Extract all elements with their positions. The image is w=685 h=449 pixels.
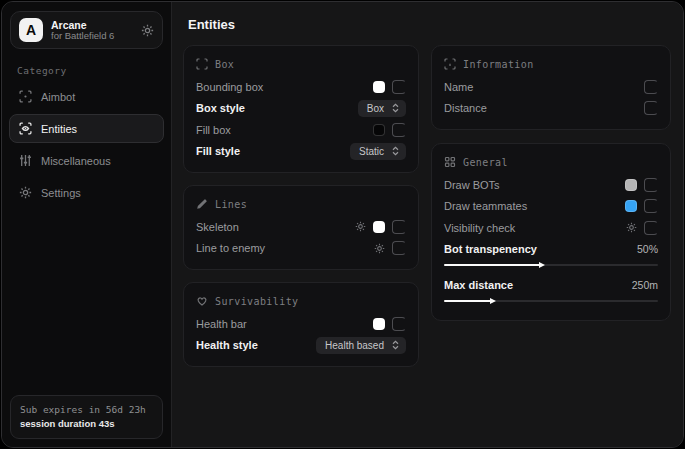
slider-arrow-icon[interactable] <box>490 298 496 304</box>
right-column: Information Name Distance <box>431 45 671 321</box>
scan-eye-icon <box>19 122 32 135</box>
setting-label: Fill box <box>196 124 231 136</box>
app-window: A Arcane for Battlefield 6 Category <box>1 1 684 448</box>
setting-label: Distance <box>444 102 487 114</box>
sidebar-item-label: Miscellaneous <box>41 155 111 167</box>
box-corners-icon <box>196 58 208 70</box>
setting-label: Health bar <box>196 318 247 330</box>
setting-row-bounding-box: Bounding box <box>196 76 406 98</box>
panel-general-header: General <box>444 156 658 168</box>
panel-box: Box Bounding box Box style Box <box>183 45 419 173</box>
pencil-line-icon <box>196 198 208 210</box>
chevron-up-down-icon <box>391 146 400 156</box>
chevron-up-down-icon <box>391 340 400 350</box>
gear-icon[interactable] <box>374 243 385 254</box>
logo-card: A Arcane for Battlefield 6 <box>10 11 163 49</box>
sidebar-item-miscellaneous[interactable]: Miscellaneous <box>9 146 164 175</box>
panel-survivability: Survivability Health bar Health style He… <box>183 282 419 367</box>
sidebar-item-label: Aimbot <box>41 91 75 103</box>
checkbox[interactable] <box>644 101 658 115</box>
setting-label: Draw BOTs <box>444 179 500 191</box>
setting-row-health-bar: Health bar <box>196 313 406 335</box>
sidebar-item-label: Settings <box>41 187 81 199</box>
gear-icon <box>19 186 32 199</box>
slider-arrow-icon[interactable] <box>539 262 545 268</box>
checkbox[interactable] <box>644 80 658 94</box>
grid-icon <box>444 156 456 168</box>
panel-title: Survivability <box>215 296 298 307</box>
setting-label: Health style <box>196 339 258 351</box>
bot-transparency-slider[interactable] <box>444 261 658 269</box>
color-swatch[interactable] <box>625 200 637 212</box>
max-distance-slider[interactable] <box>444 297 658 305</box>
panel-title: Lines <box>215 199 247 210</box>
chevron-up-down-icon <box>391 103 400 113</box>
color-swatch[interactable] <box>625 179 637 191</box>
color-swatch[interactable] <box>373 221 385 233</box>
setting-row-line-to-enemy: Line to enemy <box>196 238 406 260</box>
panel-title: General <box>463 157 508 168</box>
checkbox[interactable] <box>392 80 406 94</box>
setting-row-draw-bots: Draw BOTs <box>444 174 658 196</box>
panel-title: Information <box>463 59 534 70</box>
panel-lines-header: Lines <box>196 198 406 210</box>
sidebar: A Arcane for Battlefield 6 Category <box>2 2 172 447</box>
setting-label: Draw teammates <box>444 200 527 212</box>
setting-row-bot-transparency: Bot transpenency 50% <box>444 239 658 261</box>
session-duration-text: session duration 43s <box>20 417 153 431</box>
setting-row-max-distance: Max distance 250m <box>444 274 658 296</box>
logo-initial: A <box>26 22 36 38</box>
slider-value: 50% <box>637 243 658 255</box>
checkbox[interactable] <box>392 241 406 255</box>
sidebar-item-label: Entities <box>41 123 77 135</box>
setting-label: Name <box>444 81 473 93</box>
panel-title: Box <box>215 59 234 70</box>
setting-label: Bounding box <box>196 81 263 93</box>
slider-fill <box>444 264 540 266</box>
health-style-dropdown[interactable]: Health based <box>316 337 406 354</box>
setting-row-health-style: Health style Health based <box>196 335 406 357</box>
subscription-card: Sub expires in 56d 23h session duration … <box>10 395 163 440</box>
box-style-dropdown[interactable]: Box <box>358 100 406 117</box>
app-title: Arcane <box>51 19 133 31</box>
panel-lines: Lines Skeleton <box>183 185 419 270</box>
gear-icon[interactable] <box>626 222 637 233</box>
gear-icon[interactable] <box>141 24 154 37</box>
panel-information: Information Name Distance <box>431 45 671 130</box>
sidebar-item-entities[interactable]: Entities <box>9 114 164 143</box>
checkbox[interactable] <box>392 317 406 331</box>
checkbox[interactable] <box>644 178 658 192</box>
category-label: Category <box>17 65 171 76</box>
setting-label: Line to enemy <box>196 242 265 254</box>
panel-information-header: Information <box>444 58 658 70</box>
dropdown-value: Static <box>359 146 384 157</box>
app-subtitle: for Battlefield 6 <box>51 31 133 42</box>
color-swatch[interactable] <box>373 124 385 136</box>
dropdown-value: Health based <box>325 340 384 351</box>
panel-survivability-header: Survivability <box>196 295 406 307</box>
logo-avatar: A <box>19 18 43 42</box>
color-swatch[interactable] <box>373 81 385 93</box>
setting-label: Box style <box>196 102 245 114</box>
sliders-icon <box>19 154 32 167</box>
checkbox[interactable] <box>644 221 658 235</box>
fill-style-dropdown[interactable]: Static <box>350 143 406 160</box>
checkbox[interactable] <box>392 123 406 137</box>
setting-row-visibility-check: Visibility check <box>444 217 658 239</box>
panel-general: General Draw BOTs Draw teammates <box>431 143 671 321</box>
sidebar-nav: Aimbot Entities <box>2 82 171 207</box>
setting-row-distance: Distance <box>444 98 658 120</box>
panel-box-header: Box <box>196 58 406 70</box>
checkbox[interactable] <box>392 220 406 234</box>
setting-row-fill-style: Fill style Static <box>196 141 406 163</box>
setting-row-name: Name <box>444 76 658 98</box>
sidebar-item-aimbot[interactable]: Aimbot <box>9 82 164 111</box>
checkbox[interactable] <box>644 199 658 213</box>
sub-expiry-text: Sub expires in 56d 23h <box>20 403 153 417</box>
sidebar-item-settings[interactable]: Settings <box>9 178 164 207</box>
gear-icon[interactable] <box>355 221 366 232</box>
setting-label: Bot transpenency <box>444 243 537 255</box>
dropdown-value: Box <box>367 103 384 114</box>
setting-label: Max distance <box>444 279 513 291</box>
color-swatch[interactable] <box>373 318 385 330</box>
